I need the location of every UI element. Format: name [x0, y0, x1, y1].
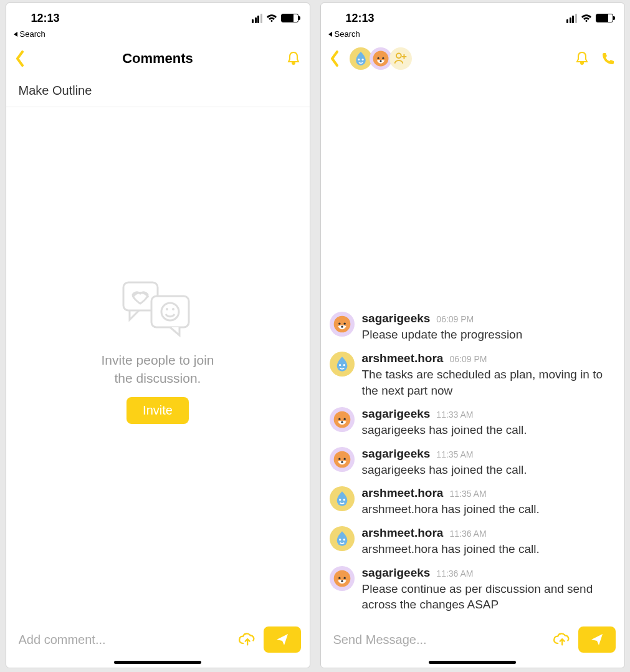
page-title: Comments	[6, 50, 310, 67]
message-row: sagarigeeks11:33 AMsagarigeeks has joine…	[330, 407, 616, 438]
avatar	[330, 566, 355, 591]
nav-bar	[321, 42, 624, 75]
message-time: 11:35 AM	[436, 449, 473, 459]
status-icons	[252, 14, 298, 23]
message-time: 11:35 AM	[449, 489, 486, 499]
back-to-search[interactable]: Search	[6, 28, 310, 42]
chevron-left-icon	[15, 50, 25, 67]
back-search-label: Search	[335, 29, 360, 39]
avatar-blue[interactable]	[350, 47, 372, 70]
avatar	[330, 407, 355, 432]
bell-icon[interactable]	[286, 51, 301, 66]
message-user: sagarigeeks	[362, 407, 431, 421]
avatar	[330, 447, 355, 472]
nav-back-button[interactable]	[330, 50, 348, 67]
empty-chat-icon	[120, 276, 195, 341]
message-row: sagarigeeks11:36 AMPlease continue as pe…	[330, 566, 616, 613]
status-bar: 12:13	[6, 3, 310, 28]
avatar	[330, 312, 355, 337]
nav-bar: Comments	[6, 42, 310, 75]
avatar	[330, 352, 355, 377]
status-bar: 12:13	[321, 3, 624, 28]
message-row: sagarigeeks11:35 AMsagarigeeks has joine…	[330, 447, 616, 478]
send-button[interactable]	[578, 626, 616, 653]
avatar-fox[interactable]	[370, 47, 392, 70]
status-time: 12:13	[31, 12, 60, 25]
thread-title: Make Outline	[6, 75, 310, 107]
send-button[interactable]	[264, 626, 301, 653]
chevron-left-icon	[330, 50, 340, 67]
bell-icon[interactable]	[575, 51, 589, 66]
battery-icon	[596, 14, 613, 22]
status-time: 12:13	[346, 12, 375, 25]
message-text: Please continue as per discussion and se…	[362, 581, 616, 613]
message-user: arshmeet.hora	[362, 526, 444, 540]
upload-icon[interactable]	[237, 630, 256, 649]
status-icons	[566, 14, 613, 23]
message-row: arshmeet.hora06:09 PMThe tasks are sched…	[330, 352, 616, 398]
message-text: arshmeet.hora has joined the call.	[362, 501, 616, 517]
message-time: 11:33 AM	[436, 410, 473, 420]
avatar-add[interactable]	[389, 47, 412, 70]
message-text: Please update the progression	[362, 327, 616, 343]
message-user: arshmeet.hora	[362, 352, 444, 365]
comment-input[interactable]	[19, 633, 230, 647]
empty-text: Invite people to join the discussion.	[102, 351, 214, 388]
message-text: sagarigeeks has joined the call.	[362, 422, 616, 438]
message-user: arshmeet.hora	[362, 486, 444, 500]
signal-icon	[252, 14, 262, 23]
avatar	[330, 526, 355, 551]
message-time: 06:09 PM	[436, 314, 474, 324]
message-text: sagarigeeks has joined the call.	[362, 462, 616, 478]
message-user: sagarigeeks	[362, 566, 431, 580]
message-text: The tasks are scheduled as plan, moving …	[362, 367, 616, 398]
empty-line2: the discussion.	[115, 371, 201, 385]
back-triangle-icon	[12, 31, 19, 37]
phone-right-chat: 12:13 Search sagarigeeks06:09 PMPlease u…	[320, 2, 625, 668]
empty-line1: Invite people to join	[102, 353, 214, 367]
message-time: 11:36 AM	[449, 529, 486, 539]
home-indicator[interactable]	[429, 661, 516, 664]
phone-left-comments: 12:13 Search Comments Make Outline Invit…	[6, 2, 310, 668]
message-row: arshmeet.hora11:36 AMarshmeet.hora has j…	[330, 526, 616, 557]
composer	[321, 618, 624, 668]
message-user: sagarigeeks	[362, 447, 431, 461]
signal-icon	[566, 14, 577, 23]
message-input[interactable]	[333, 633, 545, 647]
participant-avatars[interactable]	[352, 47, 412, 70]
wifi-icon	[581, 14, 592, 22]
message-row: arshmeet.hora11:35 AMarshmeet.hora has j…	[330, 486, 616, 517]
back-search-label: Search	[20, 29, 45, 39]
message-list: sagarigeeks06:09 PMPlease update the pro…	[321, 75, 624, 618]
invite-button[interactable]: Invite	[126, 397, 189, 424]
message-time: 11:36 AM	[436, 569, 473, 578]
battery-icon	[281, 14, 298, 22]
back-to-search[interactable]: Search	[321, 28, 624, 42]
nav-back-button[interactable]	[15, 50, 34, 67]
avatar	[330, 486, 355, 511]
empty-state: Invite people to join the discussion. In…	[6, 107, 310, 618]
composer	[6, 618, 310, 668]
back-triangle-icon	[327, 31, 333, 37]
message-user: sagarigeeks	[362, 312, 431, 325]
message-row: sagarigeeks06:09 PMPlease update the pro…	[330, 312, 616, 343]
home-indicator[interactable]	[114, 661, 201, 664]
phone-icon[interactable]	[601, 51, 616, 66]
wifi-icon	[266, 14, 277, 22]
message-text: arshmeet.hora has joined the call.	[362, 541, 616, 557]
upload-icon[interactable]	[552, 630, 571, 649]
message-time: 06:09 PM	[449, 354, 487, 364]
